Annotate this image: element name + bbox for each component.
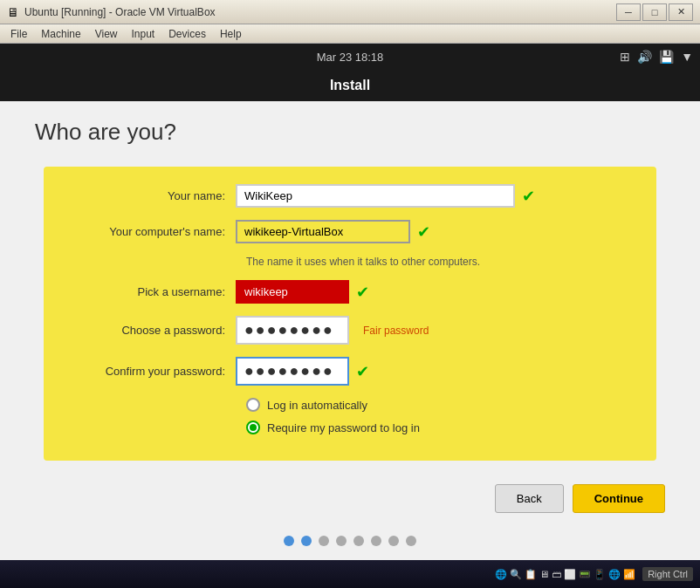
window-title: Ubuntu [Running] - Oracle VM VirtualBox [24,6,216,18]
menu-view[interactable]: View [88,26,125,42]
storage-icon: 💾 [659,50,674,64]
confirm-password-input-wrap: ●●●●●●●● ✔ [236,357,369,386]
your-name-input[interactable] [236,184,515,208]
your-name-checkmark: ✔ [522,187,535,206]
progress-dot-6 [388,536,399,546]
progress-dots [0,522,700,560]
menu-arrow-icon[interactable]: ▼ [681,50,693,64]
username-row: Pick a username: ✔ [44,280,630,304]
your-name-row: Your name: ✔ [44,184,630,208]
radio-auto-row: Log in automatically [246,398,630,412]
radio-area: Log in automatically Require my password… [44,398,630,434]
radio-password-row: Require my password to log in [246,420,630,434]
radio-password-label: Require my password to log in [267,421,420,434]
menu-input[interactable]: Input [125,26,162,42]
username-checkmark: ✔ [356,283,369,302]
titlebar: 🖥 Ubuntu [Running] - Oracle VM VirtualBo… [0,0,700,24]
your-name-input-wrap: ✔ [236,184,535,208]
right-ctrl-label: Right Ctrl [642,567,693,581]
password-strength: Fair password [363,325,429,337]
password-input-wrap: ●●●●●●●● Fair password [236,316,429,345]
progress-dot-4 [353,536,364,546]
computer-name-checkmark: ✔ [417,222,430,242]
password-dots[interactable]: ●●●●●●●● [236,316,349,345]
confirm-password-label: Confirm your password: [44,365,236,378]
progress-dot-0 [284,536,294,546]
confirm-password-row: Confirm your password: ●●●●●●●● ✔ [44,357,630,386]
progress-dot-5 [371,536,381,546]
back-button[interactable]: Back [495,484,564,513]
topbar-icons: ⊞ 🔊 💾 ▼ [620,50,693,64]
radio-auto-label: Log in automatically [267,399,367,412]
username-label: Pick a username: [44,285,236,298]
confirm-password-dots[interactable]: ●●●●●●●● [236,357,349,386]
close-button[interactable]: ✕ [669,3,693,21]
menu-machine[interactable]: Machine [34,26,87,42]
password-label: Choose a password: [44,324,236,337]
password-row: Choose a password: ●●●●●●●● Fair passwor… [44,316,630,345]
progress-dot-3 [336,536,347,546]
sound-icon: 🔊 [637,50,652,64]
progress-dot-2 [319,536,329,546]
username-input[interactable] [236,280,349,304]
maximize-button[interactable]: □ [642,3,667,21]
menu-file[interactable]: File [3,26,34,42]
button-row: Back Continue [0,467,700,522]
datetime-display: Mar 23 18:18 [317,51,384,64]
computer-name-hint: The name it uses when it talks to other … [44,256,630,268]
radio-auto[interactable] [246,398,260,412]
page-title: Who are you? [35,119,665,146]
computer-name-row: Your computer's name: ✔ [44,220,630,243]
titlebar-left: 🖥 Ubuntu [Running] - Oracle VM VirtualBo… [7,5,216,19]
form-area: Your name: ✔ Your computer's name: ✔ The… [44,167,656,461]
menu-devices[interactable]: Devices [161,26,213,42]
app-icon: 🖥 [7,5,19,19]
computer-name-label: Your computer's name: [44,225,236,238]
continue-button[interactable]: Continue [573,484,665,513]
taskbar-icons-group: 🌐 🔍 📋 🖥 🗃 ⬜ 📟 📱 🌐 📶 [495,569,636,580]
content-inner: Who are you? Your name: ✔ Your computer'… [0,101,700,467]
menubar: File Machine View Input Devices Help [0,24,700,44]
install-header: Install [0,70,700,101]
confirm-password-checkmark: ✔ [356,362,369,381]
username-input-wrap: ✔ [236,280,369,304]
vm-topbar: Mar 23 18:18 ⊞ 🔊 💾 ▼ [0,44,700,70]
taskbar-system-icons: 🌐 🔍 📋 🖥 🗃 ⬜ 📟 📱 🌐 📶 [495,569,636,580]
install-title: Install [330,78,370,93]
progress-dot-1 [301,536,312,546]
network-icon: ⊞ [620,50,630,64]
progress-dot-7 [406,536,416,546]
computer-name-input-wrap: ✔ [236,220,430,243]
computer-name-input[interactable] [236,220,410,243]
vm-content: Who are you? Your name: ✔ Your computer'… [0,101,700,560]
taskbar: 🌐 🔍 📋 🖥 🗃 ⬜ 📟 📱 🌐 📶 Right Ctrl [0,560,700,588]
titlebar-controls: ─ □ ✕ [616,3,693,21]
menu-help[interactable]: Help [213,26,249,42]
your-name-label: Your name: [44,189,236,202]
radio-password[interactable] [246,420,260,434]
minimize-button[interactable]: ─ [616,3,641,21]
